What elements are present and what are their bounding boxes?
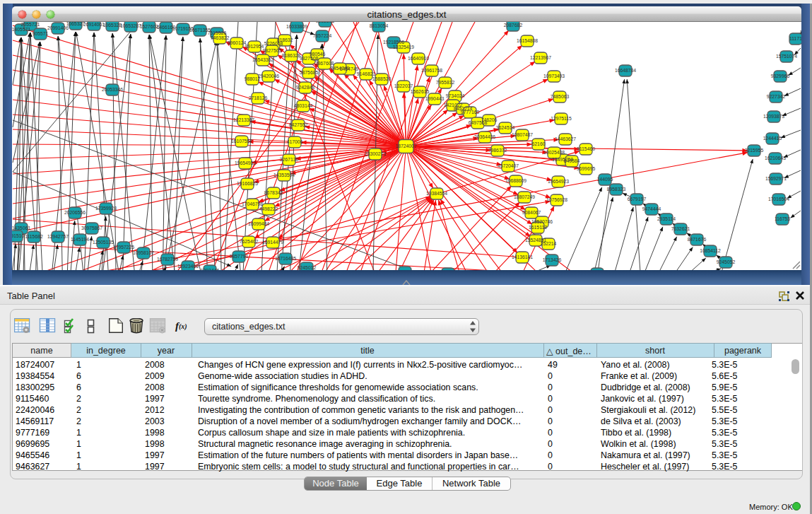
svg-text:1065327: 1065327 (66, 22, 86, 26)
svg-text:10688609: 10688609 (505, 178, 526, 183)
svg-text:16099484: 16099484 (248, 221, 269, 226)
svg-text:1527602: 1527602 (140, 24, 159, 29)
svg-text:1435061: 1435061 (12, 226, 30, 230)
svg-text:116753: 116753 (775, 216, 790, 221)
svg-text:(x): (x) (179, 322, 187, 331)
svg-text:10958107: 10958107 (133, 250, 154, 255)
svg-text:19654933: 19654933 (235, 160, 256, 165)
svg-text:7485063: 7485063 (551, 94, 570, 99)
svg-text:7857224: 7857224 (313, 33, 332, 38)
svg-text:2935114: 2935114 (657, 216, 676, 221)
svg-text:1615112: 1615112 (529, 225, 547, 230)
svg-text:8471676: 8471676 (688, 237, 707, 242)
svg-text:18520746: 18520746 (531, 219, 553, 224)
svg-text:10854112: 10854112 (700, 248, 721, 253)
svg-text:16154808: 16154808 (517, 38, 538, 43)
svg-text:7515526: 7515526 (208, 30, 227, 35)
svg-text:1713426: 1713426 (543, 257, 562, 262)
svg-text:9827505: 9827505 (263, 48, 282, 53)
svg-text:19218506: 19218506 (383, 40, 404, 45)
svg-text:9699695: 9699695 (577, 166, 596, 171)
svg-text:1588520: 1588520 (372, 76, 392, 81)
svg-text:9857791: 9857791 (230, 254, 249, 259)
svg-text:252214: 252214 (541, 241, 557, 246)
svg-text:1322037: 1322037 (394, 83, 413, 88)
svg-text:12213967: 12213967 (530, 55, 551, 60)
svg-text:849584: 849584 (564, 158, 580, 163)
svg-text:2718126: 2718126 (249, 95, 268, 100)
svg-text:10973493: 10973493 (543, 74, 565, 78)
svg-text:16914479: 16914479 (262, 240, 283, 245)
svg-text:12505135: 12505135 (93, 240, 114, 245)
svg-text:8912954: 8912954 (245, 44, 264, 49)
svg-text:1244415: 1244415 (763, 136, 782, 141)
svg-text:30975867: 30975867 (81, 226, 102, 230)
svg-text:10807487: 10807487 (512, 132, 533, 137)
svg-text:10756928: 10756928 (546, 197, 567, 202)
svg-text:2867608: 2867608 (315, 61, 334, 66)
svg-text:8678342: 8678342 (264, 190, 283, 195)
svg-text:8958323: 8958323 (607, 187, 626, 192)
svg-text:17016504: 17016504 (768, 197, 789, 201)
svg-text:15716485: 15716485 (275, 256, 296, 261)
svg-text:16543362: 16543362 (252, 57, 273, 62)
svg-text:2087682: 2087682 (504, 23, 523, 28)
svg-text:20206556: 20206556 (64, 210, 86, 215)
svg-text:3267130: 3267130 (280, 157, 299, 162)
svg-text:19654923: 19654923 (548, 179, 569, 184)
svg-text:391510: 391510 (12, 233, 25, 238)
svg-text:16782759: 16782759 (157, 257, 178, 262)
svg-text:20991406: 20991406 (47, 25, 69, 30)
svg-text:9084067: 9084067 (522, 210, 541, 215)
svg-text:4498222: 4498222 (259, 206, 278, 211)
svg-text:14353594: 14353594 (273, 173, 295, 177)
svg-text:1990443: 1990443 (425, 96, 445, 101)
svg-text:9329966: 9329966 (771, 74, 790, 78)
svg-text:13325419: 13325419 (393, 45, 414, 49)
svg-text:9245012: 9245012 (298, 265, 317, 270)
svg-text:14136141: 14136141 (512, 255, 533, 259)
svg-text:9734024: 9734024 (446, 93, 465, 98)
svg-text:9777169: 9777169 (461, 110, 480, 115)
svg-text:7955812: 7955812 (436, 80, 455, 85)
svg-text:9242848: 9242848 (296, 85, 315, 90)
svg-text:19384554: 19384554 (426, 191, 447, 196)
svg-text:16648784: 16648784 (615, 68, 636, 73)
svg-text:5875685: 5875685 (300, 70, 319, 75)
svg-text:980546: 980546 (310, 52, 326, 57)
svg-text:7463822: 7463822 (211, 35, 230, 40)
svg-text:29420046: 29420046 (258, 74, 279, 78)
svg-text:9218506: 9218506 (316, 22, 335, 23)
svg-text:26914061: 26914061 (83, 22, 105, 27)
svg-text:16210643: 16210643 (765, 156, 786, 160)
svg-text:7986372: 7986372 (488, 148, 507, 153)
svg-text:6679197: 6679197 (628, 197, 647, 201)
svg-text:11171: 11171 (789, 36, 801, 41)
svg-text:8960124: 8960124 (228, 40, 247, 45)
svg-text:1065328: 1065328 (103, 23, 122, 28)
svg-text:19166825: 19166825 (237, 181, 258, 186)
svg-text:23300273: 23300273 (365, 151, 386, 156)
svg-text:10961758: 10961758 (421, 68, 442, 73)
svg-text:16640910: 16640910 (408, 56, 429, 61)
svg-text:746206: 746206 (481, 117, 498, 122)
svg-text:18807249: 18807249 (514, 194, 535, 199)
svg-text:9827508: 9827508 (300, 56, 319, 61)
svg-text:10653287: 10653287 (120, 23, 141, 28)
svg-text:9146821: 9146821 (357, 71, 376, 76)
svg-text:9474444: 9474444 (642, 206, 661, 211)
svg-text:17046798: 17046798 (242, 201, 263, 206)
svg-text:4803144: 4803144 (294, 103, 313, 108)
svg-text:1145194: 1145194 (71, 237, 89, 242)
svg-text:14463627: 14463627 (555, 136, 576, 141)
svg-text:144095: 144095 (597, 177, 613, 182)
svg-text:417006: 417006 (287, 139, 303, 144)
svg-text:15692971: 15692971 (765, 176, 787, 181)
svg-text:1115682: 1115682 (25, 234, 43, 239)
svg-text:62160: 62160 (532, 141, 546, 146)
svg-text:988012: 988012 (245, 76, 261, 81)
svg-text:9227342: 9227342 (767, 94, 786, 99)
svg-text:12923466: 12923466 (177, 264, 199, 269)
svg-text:2055721: 2055721 (21, 22, 40, 27)
svg-text:17957225: 17957225 (113, 245, 134, 250)
